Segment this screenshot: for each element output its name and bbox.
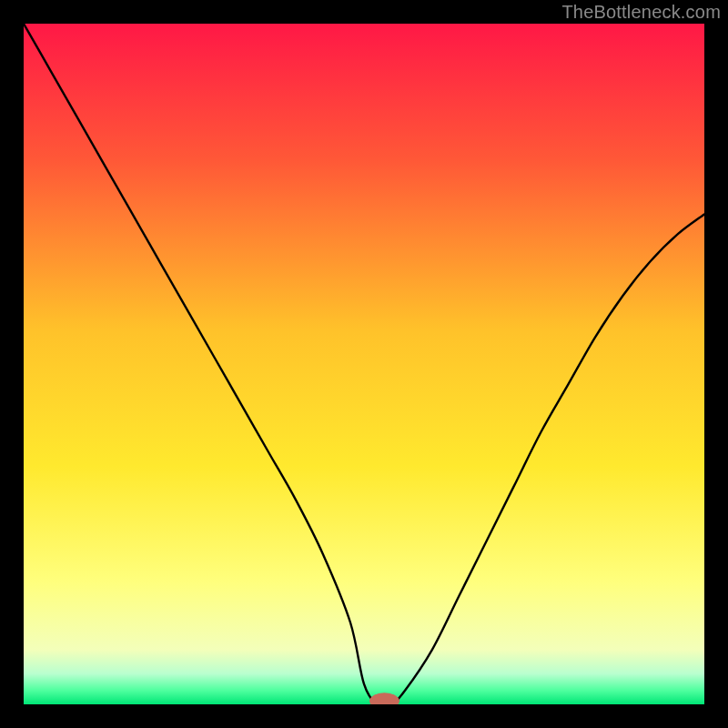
plot-area: [24, 24, 704, 704]
chart-frame: TheBottleneck.com: [0, 0, 728, 728]
watermark-text: TheBottleneck.com: [561, 2, 721, 23]
gradient-background: [24, 24, 704, 704]
bottleneck-chart-svg: [24, 24, 704, 704]
